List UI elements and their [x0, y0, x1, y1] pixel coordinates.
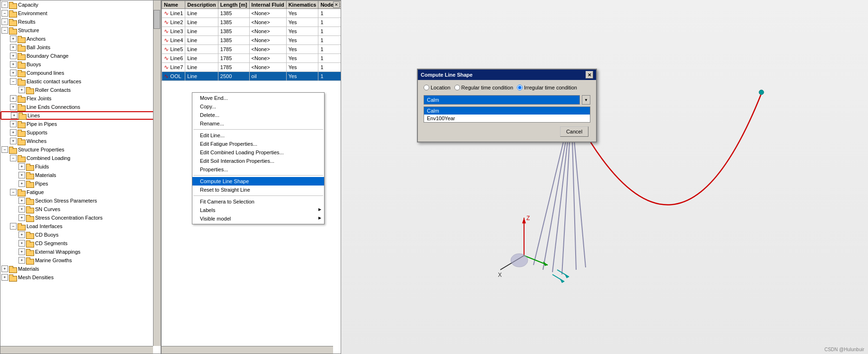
cancel-button[interactable]: Cancel — [560, 126, 588, 137]
tree-item-boundary-change[interactable]: +Boundary Change — [0, 52, 161, 60]
tree-expander[interactable]: + — [18, 172, 25, 178]
tree-expander[interactable]: + — [10, 104, 17, 110]
tree-expander[interactable]: + — [18, 87, 25, 93]
tree-item-anchors[interactable]: +Anchors — [0, 35, 161, 43]
grid-close-button[interactable]: ✕ — [333, 1, 340, 8]
scrollbar-thumb[interactable] — [154, 10, 160, 29]
radio-location-input[interactable] — [424, 85, 429, 90]
radio-regular-input[interactable] — [454, 85, 460, 90]
tree-expander[interactable]: − — [1, 146, 8, 153]
tree-item-lines[interactable]: +Lines — [0, 111, 161, 120]
tree-expander[interactable]: + — [18, 206, 25, 212]
tree-item-marine-growths[interactable]: +Marine Growths — [0, 256, 161, 265]
tree-item-cd-buoys[interactable]: +CD Buoys — [0, 230, 161, 239]
radio-location[interactable]: Location — [424, 85, 451, 90]
table-row[interactable]: ∿ Line4Line1385<None>Yes1 — [162, 36, 342, 45]
table-row[interactable]: ∿ OOLLine2500oilYes1 — [162, 72, 342, 81]
tree-expander[interactable]: + — [18, 180, 25, 187]
context-menu-item-labels[interactable]: Labels — [192, 206, 324, 214]
context-menu-item-edit-combined-loading-properties---[interactable]: Edit Combined Loading Properties... — [192, 148, 324, 157]
tree-item-materials[interactable]: +Materials — [0, 265, 161, 273]
tree-item-elastic-contact-surfaces[interactable]: −Elastic contact surfaces — [0, 77, 161, 86]
tree-expander[interactable]: + — [1, 266, 8, 272]
context-menu-item-reset-to-straight-line[interactable]: Reset to Straight Line — [192, 186, 324, 194]
tree-expander[interactable]: + — [11, 112, 18, 119]
tree-expander[interactable]: − — [10, 78, 17, 85]
tree-item-line-ends-connections[interactable]: +Line Ends Connections — [0, 103, 161, 111]
tree-expander[interactable]: + — [10, 44, 17, 51]
dropdown-item-calm[interactable]: Calm — [424, 107, 590, 115]
tree-expander[interactable]: + — [1, 274, 8, 281]
tree-item-section-stress-parameters[interactable]: +Section Stress Parameters — [0, 196, 161, 205]
table-row[interactable]: ∿ Line7Line1785<None>Yes1 — [162, 63, 342, 72]
tree-item-ball-joints[interactable]: +Ball Joints — [0, 43, 161, 52]
tree-item-fatigue[interactable]: −Fatigue — [0, 188, 161, 196]
tree-expander[interactable]: − — [10, 223, 17, 230]
tree-expander[interactable]: + — [10, 70, 17, 76]
radio-irregular-input[interactable] — [517, 85, 523, 90]
tree-item-buoys[interactable]: +Buoys — [0, 60, 161, 69]
table-row[interactable]: ∿ Line1Line1385<None>Yes1 — [162, 9, 342, 18]
tree-item-pipes[interactable]: +Pipes — [0, 179, 161, 188]
context-menu-item-fit-camera-to-selection[interactable]: Fit Camera to Selection — [192, 197, 324, 206]
tree-expander[interactable]: + — [18, 163, 25, 170]
tree-expander[interactable]: + — [10, 95, 17, 102]
context-menu-item-copy---[interactable]: Copy... — [192, 102, 324, 111]
context-menu-item-delete---[interactable]: Delete... — [192, 111, 324, 119]
tree-expander[interactable]: + — [18, 240, 25, 247]
dropdown-arrow[interactable]: ▼ — [582, 95, 590, 105]
tree-item-winches[interactable]: +Winches — [0, 137, 161, 145]
tree-expander[interactable]: − — [1, 1, 8, 8]
context-menu-item-move-end---[interactable]: Move End... — [192, 94, 324, 102]
tree-item-load-interfaces[interactable]: −Load Interfaces — [0, 222, 161, 230]
tree-expander[interactable]: + — [18, 231, 25, 238]
grid-scrollbar-h[interactable] — [162, 346, 333, 354]
dialog-close-button[interactable]: ✕ — [586, 71, 593, 79]
tree-expander[interactable]: + — [10, 138, 17, 144]
tree-scrollbar-v[interactable] — [153, 0, 161, 346]
tree-scrollbar-h[interactable] — [0, 346, 153, 354]
tree-expander[interactable]: + — [10, 121, 17, 127]
tree-expander[interactable]: + — [18, 257, 25, 264]
tree-item-structure[interactable]: −Structure — [0, 26, 161, 35]
tree-item-capacity[interactable]: −Capacity — [0, 0, 161, 9]
tree-item-stress-concentration-factors[interactable]: +Stress Concentration Factors — [0, 213, 161, 222]
dropdown-selected[interactable]: Calm — [424, 95, 580, 105]
tree-expander[interactable]: − — [10, 155, 17, 161]
tree-expander[interactable]: − — [1, 10, 8, 17]
tree-expander[interactable]: + — [18, 197, 25, 204]
table-row[interactable]: ∿ Line6Line1785<None>Yes1 — [162, 54, 342, 63]
tree-item-pipe-in-pipes[interactable]: +Pipe in Pipes — [0, 120, 161, 128]
dropdown-item-env100year[interactable]: Env100Year — [424, 115, 590, 122]
context-menu-item-visible-model[interactable]: Visible model — [192, 214, 324, 223]
tree-item-sn-curves[interactable]: +SN Curves — [0, 205, 161, 213]
table-row[interactable]: ∿ Line5Line1785<None>Yes1 — [162, 45, 342, 54]
tree-item-structure-properties[interactable]: −Structure Properties — [0, 145, 161, 154]
tree-item-fluids[interactable]: +Fluids — [0, 162, 161, 171]
tree-item-supports[interactable]: +Supports — [0, 128, 161, 137]
tree-item-mesh-densities[interactable]: +Mesh Densities — [0, 273, 161, 282]
tree-expander[interactable]: + — [18, 248, 25, 255]
tree-item-materials[interactable]: +Materials — [0, 171, 161, 179]
radio-regular[interactable]: Regular time condition — [454, 85, 513, 90]
tree-expander[interactable]: + — [10, 61, 17, 68]
tree-item-cd-segments[interactable]: +CD Segments — [0, 239, 161, 248]
tree-item-compound-lines[interactable]: +Compound lines — [0, 69, 161, 77]
tree-expander[interactable]: + — [10, 53, 17, 59]
context-menu-item-edit-line---[interactable]: Edit Line... — [192, 131, 324, 140]
tree-item-combined-loading[interactable]: −Combined Loading — [0, 154, 161, 162]
tree-expander[interactable]: + — [10, 35, 17, 42]
radio-irregular[interactable]: Irregular time condition — [517, 85, 577, 90]
tree-item-external-wrappings[interactable]: +External Wrappings — [0, 248, 161, 256]
context-menu-item-properties---[interactable]: Properties... — [192, 165, 324, 174]
context-menu-item-edit-fatigue-properties---[interactable]: Edit Fatigue Properties... — [192, 140, 324, 148]
context-menu-item-compute-line-shape[interactable]: Compute Line Shape — [192, 177, 324, 186]
tree-item-environment[interactable]: −Environment — [0, 9, 161, 18]
tree-expander[interactable]: − — [10, 189, 17, 195]
tree-expander[interactable]: − — [1, 18, 8, 25]
table-row[interactable]: ∿ Line3Line1385<None>Yes1 — [162, 27, 342, 36]
tree-item-results[interactable]: −Results — [0, 18, 161, 26]
tree-item-roller-contacts[interactable]: +Roller Contacts — [0, 86, 161, 94]
context-menu-item-edit-soil-interaction-properties---[interactable]: Edit Soil Interaction Properties... — [192, 157, 324, 165]
tree-expander[interactable]: − — [1, 27, 8, 34]
